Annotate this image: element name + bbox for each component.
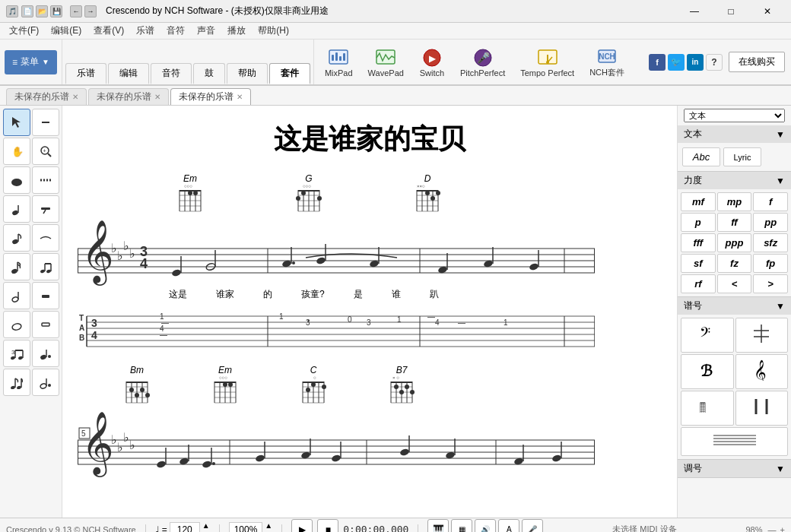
doc-tab-3[interactable]: 未保存的乐谱 ✕ [170, 88, 251, 105]
zoom-tool[interactable]: + [32, 138, 59, 165]
buy-online-button[interactable]: 在线购买 [729, 52, 785, 72]
open-icon[interactable]: 📂 [36, 5, 48, 17]
dotted-note-tool[interactable] [32, 340, 59, 367]
quarter-note-tool[interactable] [3, 195, 30, 223]
line-tool[interactable] [32, 109, 59, 136]
dyn-mf[interactable]: mf [681, 192, 716, 211]
pitchperfect-button[interactable]: 🎤 PitchPerfect [454, 44, 511, 81]
midi-volume-button[interactable]: 🔊 [475, 519, 496, 533]
tab-drum[interactable]: 鼓 [193, 63, 225, 84]
clef-treble[interactable]: 𝄞 [735, 354, 789, 389]
zoom-plus-icon[interactable]: + [780, 525, 785, 533]
mixpad-button[interactable]: MixPad [319, 44, 359, 81]
whole-rest-tool[interactable] [32, 282, 59, 309]
clef-small[interactable]: 𝄝 [681, 391, 734, 426]
vol-up-arrow[interactable]: ▲ [265, 521, 272, 530]
tab-suite[interactable]: 套件 [269, 63, 310, 84]
clef-section-header[interactable]: 谱号 ▼ [678, 297, 791, 315]
menu-file[interactable]: 文件(F) [3, 23, 45, 39]
twitter-icon[interactable]: 🐦 [668, 54, 685, 71]
dyn-pp[interactable]: pp [753, 213, 788, 232]
midi-record-button[interactable]: 🎤 [522, 519, 543, 533]
dyn-sf[interactable]: sf [681, 254, 716, 273]
menu-help[interactable]: 帮助(H) [252, 23, 295, 39]
eighth-note-tool[interactable] [3, 224, 30, 252]
panel-type-select[interactable]: 文本 力度 谱号 [684, 109, 785, 122]
half-note-tool[interactable] [3, 282, 30, 309]
beam-tool[interactable] [32, 253, 59, 280]
redo-icon[interactable]: → [84, 5, 97, 17]
menu-edit[interactable]: 编辑(E) [45, 23, 87, 39]
tab-1-close[interactable]: ✕ [72, 93, 78, 101]
clef-5line[interactable] [681, 427, 788, 456]
clef-cut[interactable] [735, 318, 789, 353]
tempo-value[interactable]: 120 [170, 522, 200, 533]
zoom-minus-icon[interactable]: — [767, 525, 776, 533]
hand-tool[interactable]: ✋ [3, 138, 30, 165]
whole-note-tool[interactable] [3, 311, 30, 338]
midi-metronome-button[interactable]: A [498, 519, 519, 533]
tab-3-close[interactable]: ✕ [237, 93, 243, 101]
tempo-down-arrow[interactable]: ▼ [202, 530, 210, 533]
dyn-f[interactable]: f [753, 192, 788, 211]
dyn-sfz[interactable]: sfz [753, 233, 788, 252]
menu-note[interactable]: 音符 [160, 23, 191, 39]
tempoperfect-button[interactable]: Tempo Perfect [514, 44, 580, 81]
tab-2-close[interactable]: ✕ [154, 93, 160, 101]
facebook-icon[interactable]: f [649, 54, 666, 71]
stop-button[interactable]: ■ [317, 519, 338, 533]
text-section-header[interactable]: 文本 ▼ [678, 125, 791, 143]
double-eighth-tool[interactable] [3, 369, 30, 396]
new-icon[interactable]: 📄 [21, 5, 33, 17]
tab-score[interactable]: 乐谱 [65, 63, 106, 84]
midi-keyboard-button[interactable]: ▦ [451, 519, 472, 533]
tab-note[interactable]: 音符 [151, 63, 192, 84]
text-lyric-button[interactable]: Lyric [723, 147, 761, 166]
tempo-up-arrow[interactable]: ▲ [202, 521, 210, 530]
midi-piano-button[interactable]: 🎹 [427, 519, 449, 533]
dyn-decrescendo[interactable]: > [753, 274, 788, 293]
nchsuite-button[interactable]: NCH NCH套件 [583, 43, 631, 81]
dyn-crescendo[interactable]: < [717, 274, 752, 293]
vol-down-arrow[interactable]: ▼ [265, 530, 272, 533]
menu-play[interactable]: 播放 [221, 23, 252, 39]
text-abc-button[interactable]: Abc [682, 147, 720, 166]
rest-tool[interactable] [32, 195, 59, 223]
menu-score[interactable]: 乐谱 [130, 23, 160, 39]
maximize-button[interactable]: □ [713, 0, 748, 23]
volume-value[interactable]: 100% [229, 522, 263, 533]
switch-button[interactable]: ▶ Switch [413, 44, 451, 81]
dyn-ppp[interactable]: ppp [717, 233, 752, 252]
menu-sound[interactable]: 声音 [191, 23, 221, 39]
clef-bass[interactable]: 𝄢 [681, 318, 734, 353]
tab-help[interactable]: 帮助 [227, 63, 268, 84]
oval-tool[interactable] [3, 166, 30, 194]
dyn-mp[interactable]: mp [717, 192, 752, 211]
doc-tab-2[interactable]: 未保存的乐谱 ✕ [88, 88, 169, 105]
tab-edit[interactable]: 编辑 [108, 63, 149, 84]
dyn-ff[interactable]: ff [717, 213, 752, 232]
dotted2-tool[interactable] [32, 369, 59, 396]
dyn-fz[interactable]: fz [717, 254, 752, 273]
menu-view[interactable]: 查看(V) [87, 23, 130, 39]
menu-dropdown-button[interactable]: ≡ 菜单 ▼ [5, 50, 57, 74]
play-button[interactable]: ▶ [291, 519, 313, 533]
key-section-header[interactable]: 调号 ▼ [678, 460, 791, 477]
score-area[interactable]: 这是谁家的宝贝 Em ○○○ [62, 106, 677, 518]
clef-perc[interactable] [735, 391, 789, 426]
sixteenth-note-tool[interactable] [3, 253, 30, 280]
dynamics-section-header[interactable]: 力度 ▼ [678, 172, 791, 189]
dash-line-tool[interactable] [32, 166, 59, 194]
help-circle-icon[interactable]: ? [706, 54, 723, 71]
dyn-rf[interactable]: rf [681, 274, 716, 293]
minimize-button[interactable]: — [677, 0, 712, 23]
save-icon[interactable]: 💾 [50, 5, 62, 17]
dyn-fp[interactable]: fp [753, 254, 788, 273]
clef-b[interactable]: ℬ [681, 354, 734, 389]
tie-tool[interactable] [32, 224, 59, 252]
triplet-tool[interactable]: 3 [3, 340, 30, 367]
undo-icon[interactable]: ← [70, 5, 82, 17]
wavepad-button[interactable]: WavePad [362, 44, 410, 81]
doc-tab-1[interactable]: 未保存的乐谱 ✕ [6, 88, 87, 105]
linkedin-icon[interactable]: in [687, 54, 704, 71]
